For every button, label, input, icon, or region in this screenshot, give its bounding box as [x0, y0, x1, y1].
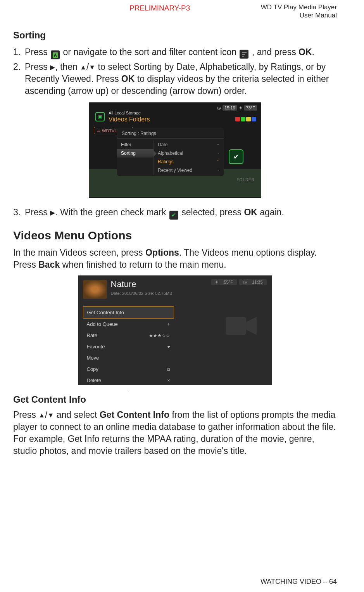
option-delete: Delete× — [83, 375, 174, 386]
video-meta: Date: 2010/06/02 Size: 52.75MB — [111, 291, 173, 296]
copy-icon: ⧉ — [167, 367, 170, 372]
text: Press — [25, 47, 48, 57]
time-pill: ◷ 11:35 — [239, 279, 267, 285]
step-number-3: 3. — [13, 206, 25, 220]
temp-value: 55°F — [222, 279, 235, 285]
down-arrow-icon: ▼ — [47, 412, 54, 419]
temp-pill: ☀ 55°F — [211, 279, 236, 285]
red-button-icon — [235, 117, 240, 121]
sort-option-alpha: Alphabetical⌄ — [154, 149, 224, 158]
step-number-1: 1. — [13, 46, 25, 60]
plus-icon: + — [167, 322, 170, 327]
product-name: WD TV Play Media Player — [261, 3, 337, 11]
video-icon — [226, 314, 257, 338]
check-icon: ✔ — [169, 211, 178, 220]
remote-a-button-icon — [51, 50, 60, 59]
step-3-body: Press ▶. With the green check mark ✔ sel… — [25, 206, 337, 220]
sort-filter-icon — [240, 50, 248, 59]
folder-label: FOLDER — [236, 178, 255, 182]
clock-icon: ◷ — [217, 106, 221, 111]
label: Favorite — [87, 344, 105, 350]
options-intro: In the main Videos screen, press Options… — [13, 247, 337, 271]
menu-sorting-selected: Sorting — [117, 149, 154, 158]
label: Alphabetical — [158, 151, 183, 156]
doc-type: User Manual — [261, 11, 337, 19]
step-number-2: 2. — [13, 61, 25, 97]
status-bar: ☀ 55°F ◷ 11:35 — [211, 279, 266, 285]
clock-icon: ◷ — [241, 279, 250, 285]
sort-option-date: Date⌄ — [154, 140, 224, 149]
text-bold: OK — [121, 74, 135, 84]
camera-icon: ▣ — [95, 112, 105, 121]
option-rate: Rate★★★☆☆ — [83, 330, 174, 341]
sort-option-recent: Recently Viewed⌄ — [154, 166, 224, 175]
text: . — [312, 47, 314, 57]
heading-get-content-info: Get Content Info — [13, 394, 337, 405]
up-arrow-icon: ▲ — [38, 412, 45, 419]
text-bold: OK — [298, 47, 312, 57]
heading-sorting: Sorting — [13, 30, 337, 41]
right-arrow-icon: ▶ — [50, 209, 55, 216]
option-add-to-queue: Add to Queue+ — [83, 319, 174, 330]
label: Get Content Info — [87, 310, 124, 315]
option-get-content-info: Get Content Info — [83, 306, 174, 319]
chevron-up-icon: ⌃ — [217, 159, 220, 164]
green-button-icon — [241, 117, 245, 121]
chevron-down-icon: ⌄ — [217, 142, 220, 147]
weather-icon: ☀ — [213, 279, 222, 285]
sort-filter-menu: Sorting : Ratings Filter Sorting Date⌄ A… — [117, 128, 224, 176]
screenshot-sorting-menu: ◷ 15:16 ☀ 73°F ▣ All Local Storage Video… — [89, 102, 261, 198]
label: Move — [87, 355, 99, 361]
text: . With the green check mark — [55, 207, 166, 217]
green-check-button: ✔ — [229, 149, 243, 164]
text: or navigate to the sort and filter conte… — [63, 47, 237, 57]
text: and select — [57, 410, 97, 420]
menu-filter: Filter — [117, 140, 154, 149]
header-right: WD TV Play Media Player User Manual — [261, 3, 337, 20]
chevron-down-icon: ⌄ — [83, 386, 174, 393]
up-arrow-icon: ▲ — [80, 64, 86, 71]
get-content-info-body: Press ▲/▼ and select Get Content Info fr… — [13, 409, 337, 457]
text: , and press — [252, 47, 296, 57]
status-bar: ◷ 15:16 ☀ 73°F — [217, 105, 257, 111]
down-arrow-icon: ▼ — [89, 64, 95, 71]
option-favorite: Favorite♥ — [83, 341, 174, 352]
stars-icon: ★★★☆☆ — [149, 333, 170, 338]
text: Press — [13, 410, 36, 420]
chevron-down-icon: ⌄ — [217, 168, 220, 173]
folders-label: Videos Folders — [109, 116, 150, 123]
text-bold: Back — [38, 260, 60, 270]
color-buttons — [235, 117, 256, 121]
screenshot-options-menu: Nature Date: 2010/06/02 Size: 52.75MB ☀ … — [78, 275, 272, 385]
text: Press — [25, 207, 48, 217]
sort-option-ratings: Ratings⌃ — [154, 158, 224, 166]
label: Delete — [87, 377, 102, 383]
text: selected, press — [181, 207, 242, 217]
label: Ratings — [158, 159, 174, 164]
text: In the main Videos screen, press — [13, 248, 143, 258]
device-icon: ▭ — [97, 128, 100, 133]
label: Recently Viewed — [158, 168, 192, 173]
time-value: 11:35 — [250, 279, 265, 285]
label: Date — [158, 142, 167, 147]
blue-button-icon — [252, 117, 256, 121]
label: Add to Queue — [87, 321, 118, 327]
preliminary-stamp: PRELIMINARY-P3 — [129, 4, 190, 12]
weather-icon: ☀ — [239, 106, 243, 111]
options-list: Get Content Info Add to Queue+ Rate★★★☆☆… — [83, 306, 174, 393]
close-icon: × — [167, 378, 170, 383]
page-footer: WATCHING VIDEO – 64 — [260, 578, 337, 586]
divider — [117, 138, 224, 139]
text-bold: Options — [145, 248, 179, 258]
step-1-body: Press or navigate to the sort and filter… — [25, 46, 337, 60]
option-move: Move — [83, 352, 174, 364]
svg-rect-0 — [226, 317, 246, 335]
text-bold: Get Content Info — [100, 410, 169, 420]
text: , then — [55, 62, 78, 72]
temp-value: 73°F — [244, 105, 257, 111]
option-copy: Copy⧉ — [83, 364, 174, 375]
text: again. — [260, 207, 284, 217]
heading-videos-menu-options: Videos Menu Options — [13, 229, 337, 242]
label: Rate — [87, 332, 97, 338]
storage-label: All Local Storage — [109, 111, 141, 115]
